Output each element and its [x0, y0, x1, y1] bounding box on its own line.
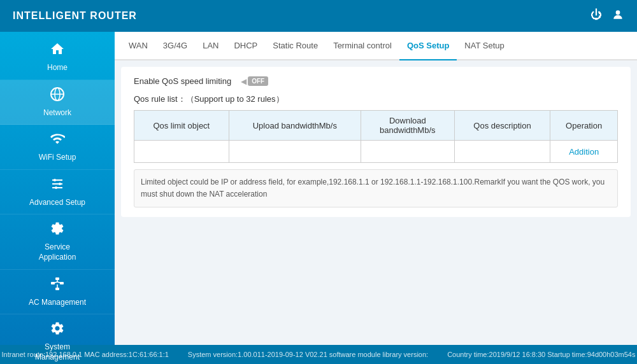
- sidebar-item-ac-management[interactable]: AC Management: [0, 270, 115, 315]
- header-icons: ⏻: [590, 8, 624, 24]
- home-icon: [50, 41, 65, 60]
- col-header-operation: Operation: [550, 111, 618, 141]
- sidebar-item-service-application[interactable]: Service Application: [0, 214, 115, 269]
- qos-table: Qos limit object Upload bandwidthMb/s Do…: [134, 110, 618, 163]
- remark-box: Limited object could be IP or address fi…: [134, 169, 618, 207]
- sidebar-item-advanced-setup[interactable]: Advanced Setup: [0, 170, 115, 215]
- sidebar-item-wifi-label: WiFi Setup: [39, 153, 76, 163]
- tab-dhcp[interactable]: DHCP: [226, 32, 265, 60]
- svg-point-9: [55, 186, 57, 189]
- col-header-upload: Upload bandwidthMb/s: [229, 111, 361, 141]
- ac-icon: [50, 276, 65, 295]
- tab-static-route[interactable]: Static Route: [265, 32, 326, 60]
- sidebar-item-home-label: Home: [47, 63, 68, 73]
- user-icon[interactable]: [612, 8, 624, 24]
- tab-3g4g[interactable]: 3G/4G: [155, 32, 195, 60]
- col-header-description: Qos description: [454, 111, 550, 141]
- tab-qos-setup[interactable]: QoS Setup: [399, 32, 457, 60]
- tab-terminal-control[interactable]: Terminal control: [326, 32, 399, 60]
- sidebar-item-service-label: Service Application: [39, 242, 76, 262]
- content-area: WAN 3G/4G LAN DHCP Static Route Terminal…: [115, 32, 637, 345]
- top-header: INTELLIGENT ROUTER ⏻: [0, 0, 637, 32]
- sidebar-item-wifi-setup[interactable]: WiFi Setup: [0, 125, 115, 170]
- toggle-off-label[interactable]: OFF: [248, 76, 268, 86]
- tab-wan[interactable]: WAN: [121, 32, 155, 60]
- sidebar-item-ac-label: AC Management: [29, 298, 86, 308]
- power-icon[interactable]: ⏻: [590, 8, 602, 24]
- footer-item-2: Country time:2019/9/12 16:8:30 Startup t…: [447, 351, 635, 358]
- advanced-setup-icon: [50, 176, 65, 195]
- qos-content-panel: Enable QoS speed limiting ◀ OFF Qos rule…: [121, 67, 631, 217]
- sidebar: Home Network WiFi Setup: [0, 32, 115, 345]
- toggle-switch[interactable]: ◀ OFF: [241, 76, 268, 86]
- qos-rule-list-label: Qos rule list：（Support up to 32 rules）: [134, 94, 618, 105]
- service-icon: [50, 221, 65, 240]
- svg-rect-14: [55, 288, 59, 290]
- col-header-download: Download bandwidthMb/s: [361, 111, 454, 141]
- svg-point-0: [616, 10, 620, 15]
- brand-title: INTELLIGENT ROUTER: [13, 10, 137, 22]
- svg-rect-11: [55, 277, 59, 280]
- cell-description[interactable]: [454, 141, 550, 163]
- table-row: Addition: [134, 141, 618, 163]
- svg-point-8: [59, 183, 61, 185]
- tab-nat-setup[interactable]: NAT Setup: [457, 32, 512, 60]
- addition-button[interactable]: Addition: [569, 147, 599, 157]
- network-icon: [50, 87, 65, 106]
- qos-toggle-row: Enable QoS speed limiting ◀ OFF: [134, 76, 618, 86]
- col-header-limit-object: Qos limit object: [134, 111, 229, 141]
- qos-toggle-label: Enable QoS speed limiting: [134, 76, 231, 86]
- system-mgmt-icon: [50, 321, 65, 340]
- cell-operation[interactable]: Addition: [550, 141, 618, 163]
- footer-item-1: System version:1.00.011-2019-09-12 V02.2…: [188, 351, 428, 358]
- tab-lan[interactable]: LAN: [195, 32, 226, 60]
- main-layout: Home Network WiFi Setup: [0, 32, 637, 345]
- sidebar-item-home[interactable]: Home: [0, 35, 115, 80]
- cell-upload[interactable]: [229, 141, 361, 163]
- tab-bar: WAN 3G/4G LAN DHCP Static Route Terminal…: [115, 32, 637, 60]
- sidebar-item-network-label: Network: [43, 108, 71, 118]
- wifi-icon: [50, 131, 65, 150]
- svg-point-7: [54, 179, 56, 181]
- cell-download[interactable]: [361, 141, 454, 163]
- sidebar-item-advanced-label: Advanced Setup: [29, 198, 85, 208]
- sidebar-item-network[interactable]: Network: [0, 80, 115, 125]
- footer-item-0: Intranet route:192.168.0.1 MAC address:1…: [2, 351, 169, 358]
- cell-limit-object[interactable]: [134, 141, 229, 163]
